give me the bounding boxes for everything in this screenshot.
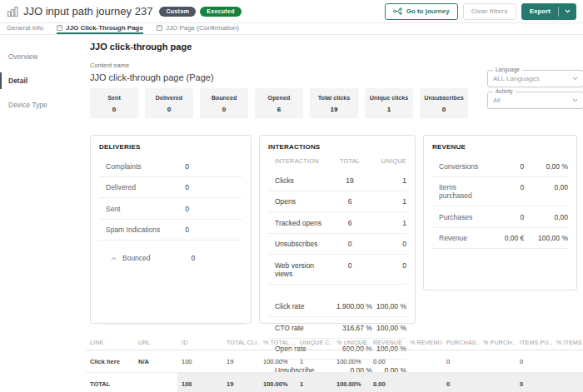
activity-select-label: Activity	[493, 89, 516, 95]
revenue-row-revenue: Revenue 0,00 € 100,00 %	[432, 228, 568, 250]
deliveries-row-delivered: Delivered 0	[99, 177, 242, 199]
main-content: JJO click-through page Content name JJO …	[83, 35, 583, 392]
table-total-cell	[134, 373, 177, 392]
table-total-cell: TOTAL	[86, 373, 134, 392]
content-page-icon	[57, 25, 62, 31]
table-cell: 0	[442, 350, 479, 373]
table-cell: 0.00	[369, 350, 406, 373]
clear-filters-label: Clear filters	[471, 7, 508, 15]
table-header-cell: % ITEMS ...	[552, 335, 583, 350]
header-bar: JJO input path journey 237 Custom Execut…	[0, 0, 583, 23]
table-total-cell: 100	[177, 373, 222, 392]
go-to-journey-button[interactable]: Go to journey	[385, 3, 458, 20]
deliveries-bounced-expander[interactable]: Bounced 0	[99, 254, 242, 262]
stat-label: Sent	[92, 94, 137, 102]
revenue-panel: REVENUE Conversions 0 0,00 % Items purch…	[423, 135, 577, 290]
export-button[interactable]: Export	[521, 3, 576, 20]
stat-card-total-clicks: Total clicks 19	[310, 88, 358, 118]
row-label: Complaints	[106, 162, 185, 171]
revenue-row-purchases: Purchases 0 0,00	[432, 206, 568, 228]
tab-jjo-click-through-page-label: JJO Click-Through Page	[66, 24, 143, 32]
row-value: 0	[185, 226, 242, 234]
stat-card-sent: Sent 0	[90, 88, 138, 118]
table-cell: 19	[222, 350, 259, 373]
stat-value: 6	[257, 106, 301, 113]
filters: Language ALL Languages Activity All	[487, 70, 583, 109]
table-header-cell: PURCHAS...	[442, 335, 479, 350]
row-total: 6	[327, 219, 372, 227]
table-cell	[479, 350, 516, 373]
row-label: Revenue	[439, 234, 489, 242]
table-total-cell	[479, 373, 516, 392]
stat-label: Unsubscribes	[421, 94, 466, 102]
table-header-cell: TOTAL CLI...	[222, 335, 259, 350]
table-header-cell: REVENUE	[369, 335, 406, 350]
sidebar-item-device-type[interactable]: Device Type	[0, 97, 83, 113]
revenue-title: REVENUE	[432, 143, 568, 151]
clear-filters-button[interactable]: Clear filters	[463, 3, 516, 20]
journey-icon	[393, 7, 402, 15]
interactions-title: INTERACTIONS	[268, 143, 406, 151]
row-total: 19	[327, 176, 372, 185]
interactions-row-unsubscribes: Unsubscribes 0 0	[268, 234, 406, 256]
table-header-cell: % PURCH...	[479, 335, 516, 350]
table-header-cell: ID	[177, 335, 222, 350]
table-header-cell: % TOTAL ...	[259, 335, 296, 350]
column-header: TOTAL	[327, 157, 372, 165]
header-actions: Go to journey Clear filters Export	[385, 3, 576, 20]
tab-jjo-page-confirmation-label: JJO Page (Confirmation)	[166, 24, 239, 32]
row-total: 0	[327, 261, 372, 278]
row-percent: 0,00 %	[524, 162, 568, 171]
go-to-journey-label: Go to journey	[406, 7, 450, 15]
language-select-label: Language	[493, 67, 522, 73]
tab-general-info[interactable]: General Info	[7, 23, 43, 34]
stat-card-unique-clicks: Unique clicks 1	[365, 88, 413, 118]
row-unique: 100,00 %	[372, 302, 406, 310]
chevron-up-icon	[111, 256, 117, 261]
tab-general-info-label: General Info	[7, 24, 43, 32]
chevron-down-icon	[572, 98, 578, 102]
tab-jjo-click-through-page[interactable]: JJO Click-Through Page	[57, 23, 143, 34]
interactions-row-tracked-opens: Tracked opens 6 1	[268, 212, 406, 234]
row-total: 0	[327, 240, 372, 248]
row-label: Conversions	[439, 162, 489, 171]
sidebar-item-detail[interactable]: Detail	[0, 72, 83, 89]
table-cell: 100.00%	[259, 350, 296, 373]
row-percent: 0,00	[524, 183, 568, 200]
activity-select[interactable]: Activity All	[487, 92, 583, 109]
row-percent: 0,00	[524, 213, 568, 221]
row-label: Items purchased	[439, 183, 489, 200]
row-label: Spam Indications	[106, 226, 185, 234]
row-label: Bounced	[122, 254, 191, 262]
tab-jjo-page-confirmation[interactable]: JJO Page (Confirmation)	[157, 23, 239, 34]
app-root: JJO input path journey 237 Custom Execut…	[0, 0, 583, 392]
interactions-row-click-rate: Click rate 1.900,00 % 100,00 %	[268, 296, 406, 318]
deliveries-row-spam-indications: Spam Indications 0	[99, 220, 242, 241]
row-value: 0	[489, 183, 524, 200]
table-cell-url: N/A	[134, 350, 177, 373]
row-unique: 1	[372, 219, 406, 227]
column-header: UNIQUE	[372, 157, 406, 165]
panels-row: DELIVERIES Complaints 0 Delivered 0 Sent	[90, 135, 583, 324]
row-label: Unsubscribes	[275, 240, 327, 248]
row-label: CTO rate	[275, 324, 327, 332]
sidebar-item-overview[interactable]: Overview	[0, 48, 83, 65]
bar-chart-icon	[7, 6, 18, 17]
table-header-cell: ITEMS PU...	[516, 335, 552, 350]
stat-cards: Sent 0 Delivered 0 Bounced 0 Opened 6 To…	[90, 88, 468, 118]
table-cell	[552, 350, 583, 373]
button-divider	[558, 7, 559, 17]
stat-card-delivered: Delivered 0	[145, 88, 193, 118]
row-total: 316,67 %	[327, 324, 372, 332]
table-total-cell: 100.00%	[259, 373, 296, 392]
language-select[interactable]: Language ALL Languages	[487, 70, 583, 87]
interactions-row-opens: Opens 6 1	[268, 191, 406, 213]
deliveries-row-complaints: Complaints 0	[99, 156, 242, 177]
row-unique: 1	[372, 176, 406, 185]
row-value: 0	[191, 254, 242, 262]
row-label: Sent	[106, 205, 185, 213]
deliveries-panel: DELIVERIES Complaints 0 Delivered 0 Sent	[90, 135, 252, 324]
table-cell: 0	[516, 350, 552, 373]
page-title: JJO input path journey 237	[23, 5, 152, 17]
stat-value: 1	[366, 106, 411, 113]
